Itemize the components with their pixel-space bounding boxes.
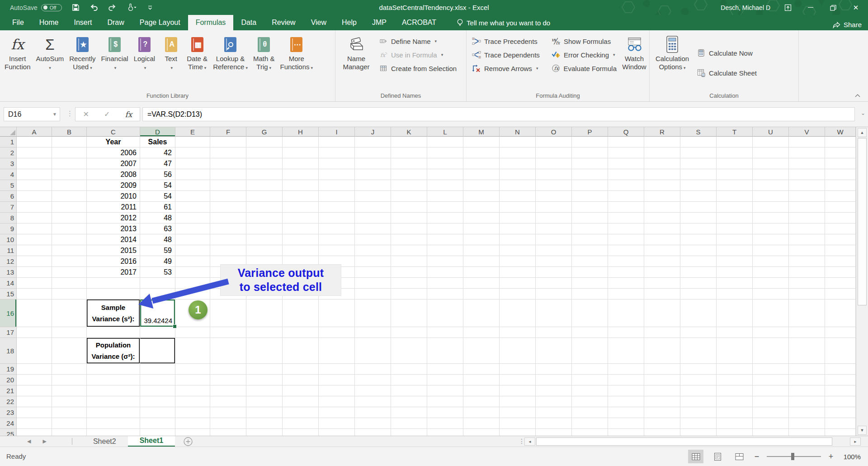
cell-B4[interactable] bbox=[52, 169, 87, 180]
cell-R15[interactable] bbox=[644, 289, 680, 300]
cell-G22[interactable] bbox=[246, 396, 283, 407]
tell-me-box[interactable]: Tell me what you want to do bbox=[457, 15, 550, 30]
cell-V14[interactable] bbox=[789, 278, 825, 289]
row-header-18[interactable]: 18 bbox=[0, 338, 17, 364]
row-header-10[interactable]: 10 bbox=[0, 234, 17, 245]
cell-R2[interactable] bbox=[644, 147, 680, 158]
cell-E4[interactable] bbox=[175, 169, 210, 180]
cell-B25[interactable] bbox=[52, 429, 87, 436]
cell-W13[interactable] bbox=[825, 267, 856, 278]
cell-G25[interactable] bbox=[246, 429, 283, 436]
cell-Q22[interactable] bbox=[608, 396, 644, 407]
tab-home[interactable]: Home bbox=[32, 15, 66, 30]
cell-T25[interactable] bbox=[717, 429, 753, 436]
cell-M24[interactable] bbox=[463, 418, 500, 429]
column-header-Q[interactable]: Q bbox=[608, 127, 644, 137]
cell-L3[interactable] bbox=[427, 158, 463, 169]
cell-S2[interactable] bbox=[680, 147, 717, 158]
cell-J4[interactable] bbox=[355, 169, 391, 180]
cell-I23[interactable] bbox=[319, 407, 355, 418]
cell-B24[interactable] bbox=[52, 418, 87, 429]
cell-O2[interactable] bbox=[536, 147, 572, 158]
cell-F8[interactable] bbox=[210, 213, 246, 223]
row-header-4[interactable]: 4 bbox=[0, 169, 17, 180]
cell-S17[interactable] bbox=[680, 327, 717, 338]
evaluate-formula-button[interactable]: fxEvaluate Formula bbox=[548, 62, 620, 75]
cell-T9[interactable] bbox=[717, 223, 753, 234]
cell-U15[interactable] bbox=[753, 289, 789, 300]
cell-O1[interactable] bbox=[536, 137, 572, 147]
customize-quick-access-toolbar-icon[interactable] bbox=[147, 5, 153, 10]
cell-N17[interactable] bbox=[500, 327, 536, 338]
tab-scrollbar-splitter[interactable]: ⋮ bbox=[519, 437, 525, 445]
cell-R24[interactable] bbox=[644, 418, 680, 429]
cell-W3[interactable] bbox=[825, 158, 856, 169]
cell-W10[interactable] bbox=[825, 234, 856, 245]
normal-view-button[interactable] bbox=[688, 450, 703, 463]
cell-F17[interactable] bbox=[210, 327, 246, 338]
cell-P22[interactable] bbox=[572, 396, 608, 407]
cell-S14[interactable] bbox=[680, 278, 717, 289]
cell-V19[interactable] bbox=[789, 364, 825, 375]
cell-D18[interactable] bbox=[140, 338, 175, 364]
cell-A4[interactable] bbox=[17, 169, 52, 180]
cell-C8[interactable]: 2012 bbox=[87, 213, 140, 223]
cell-W11[interactable] bbox=[825, 245, 856, 256]
cell-K5[interactable] bbox=[391, 180, 427, 191]
tab-review[interactable]: Review bbox=[264, 15, 303, 30]
tab-formulas[interactable]: Formulas bbox=[188, 15, 234, 30]
cell-J18[interactable] bbox=[355, 338, 391, 364]
cell-S4[interactable] bbox=[680, 169, 717, 180]
cell-H17[interactable] bbox=[283, 327, 319, 338]
cell-N10[interactable] bbox=[500, 234, 536, 245]
cell-P12[interactable] bbox=[572, 256, 608, 267]
cell-L23[interactable] bbox=[427, 407, 463, 418]
cell-V25[interactable] bbox=[789, 429, 825, 436]
cell-S6[interactable] bbox=[680, 191, 717, 202]
cell-D5[interactable]: 54 bbox=[140, 180, 175, 191]
column-header-N[interactable]: N bbox=[500, 127, 536, 137]
column-header-J[interactable]: J bbox=[355, 127, 391, 137]
page-layout-view-button[interactable] bbox=[710, 450, 725, 463]
cell-Q25[interactable] bbox=[608, 429, 644, 436]
cell-R8[interactable] bbox=[644, 213, 680, 223]
cell-N8[interactable] bbox=[500, 213, 536, 223]
cell-F4[interactable] bbox=[210, 169, 246, 180]
cell-G4[interactable] bbox=[246, 169, 283, 180]
cell-F5[interactable] bbox=[210, 180, 246, 191]
cell-F2[interactable] bbox=[210, 147, 246, 158]
cell-U24[interactable] bbox=[753, 418, 789, 429]
cell-A19[interactable] bbox=[17, 364, 52, 375]
cell-G20[interactable] bbox=[246, 375, 283, 385]
cell-Q4[interactable] bbox=[608, 169, 644, 180]
cell-U14[interactable] bbox=[753, 278, 789, 289]
tab-page-layout[interactable]: Page Layout bbox=[132, 15, 188, 30]
cell-M3[interactable] bbox=[463, 158, 500, 169]
cell-C5[interactable]: 2009 bbox=[87, 180, 140, 191]
save-icon[interactable] bbox=[72, 4, 80, 11]
select-all-corner[interactable] bbox=[0, 127, 17, 137]
cell-J19[interactable] bbox=[355, 364, 391, 375]
cell-C22[interactable] bbox=[87, 396, 140, 407]
cell-H16[interactable] bbox=[283, 300, 319, 327]
cell-C10[interactable]: 2014 bbox=[87, 234, 140, 245]
cell-J23[interactable] bbox=[355, 407, 391, 418]
cell-U11[interactable] bbox=[753, 245, 789, 256]
cell-O17[interactable] bbox=[536, 327, 572, 338]
cell-V11[interactable] bbox=[789, 245, 825, 256]
name-manager-button[interactable]: Name Manager bbox=[337, 32, 375, 91]
row-header-3[interactable]: 3 bbox=[0, 158, 17, 169]
cell-I11[interactable] bbox=[319, 245, 355, 256]
column-header-F[interactable]: F bbox=[210, 127, 246, 137]
cell-F18[interactable] bbox=[210, 338, 246, 364]
cell-W18[interactable] bbox=[825, 338, 856, 364]
cell-P24[interactable] bbox=[572, 418, 608, 429]
calculation-options-button[interactable]: Calculation Options▾ bbox=[651, 32, 693, 91]
cell-U19[interactable] bbox=[753, 364, 789, 375]
cell-V18[interactable] bbox=[789, 338, 825, 364]
cell-Q14[interactable] bbox=[608, 278, 644, 289]
cell-S22[interactable] bbox=[680, 396, 717, 407]
cell-S11[interactable] bbox=[680, 245, 717, 256]
cell-J10[interactable] bbox=[355, 234, 391, 245]
cell-S13[interactable] bbox=[680, 267, 717, 278]
